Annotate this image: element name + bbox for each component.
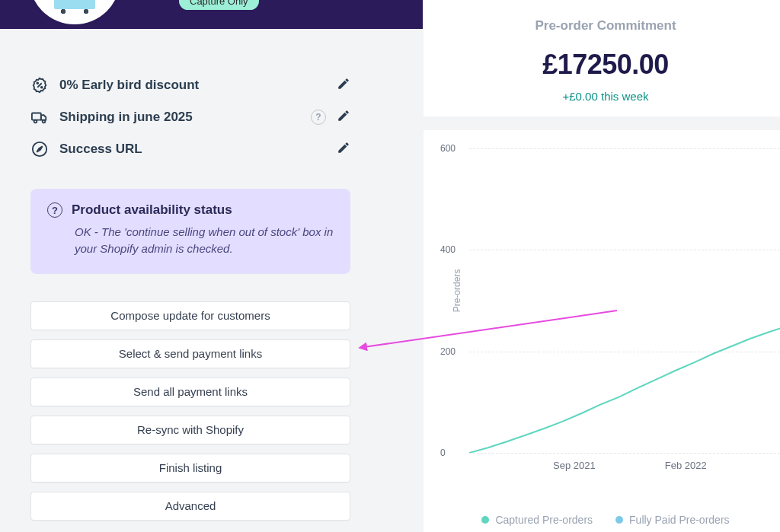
- status-title: Product availability status: [72, 202, 232, 218]
- svg-point-3: [34, 120, 37, 123]
- commitment-title: Pre-order Commitment: [424, 18, 780, 33]
- actions-panel: Compose update for customers Select & se…: [30, 301, 350, 521]
- settings-panel: 0% Early bird discount Shipping in june …: [30, 76, 350, 521]
- y-axis-label: Pre-orders: [452, 269, 462, 313]
- compass-icon: [30, 140, 49, 158]
- shipping-help-icon[interactable]: ?: [311, 110, 326, 125]
- send-all-links-button[interactable]: Send all payment links: [30, 377, 350, 406]
- status-help-icon[interactable]: ?: [47, 202, 62, 218]
- edit-discount-button[interactable]: [337, 77, 350, 94]
- y-tick-200: 200: [440, 346, 456, 357]
- setting-shipping-label: Shipping in june 2025: [59, 110, 300, 125]
- commitment-card: Pre-order Commitment £17250.00 +£0.00 th…: [424, 0, 780, 116]
- chart-legend: Captured Pre-orders Fully Paid Pre-order…: [424, 514, 780, 526]
- legend-fully-paid: Fully Paid Pre-orders: [615, 514, 730, 526]
- select-send-links-button[interactable]: Select & send payment links: [30, 339, 350, 368]
- gridline-0: [469, 453, 780, 454]
- captured-series-line: [469, 326, 780, 453]
- svg-rect-2: [32, 113, 41, 120]
- setting-success-url-label: Success URL: [59, 142, 326, 157]
- legend-captured-label: Captured Pre-orders: [495, 514, 593, 526]
- edit-shipping-button[interactable]: [337, 109, 350, 126]
- setting-shipping: Shipping in june 2025 ?: [30, 108, 350, 126]
- chart-svg: [469, 148, 780, 453]
- svg-marker-6: [37, 146, 42, 151]
- x-tick-1: Feb 2022: [665, 460, 707, 471]
- luggage-illustration: [54, 0, 95, 9]
- edit-success-url-button[interactable]: [337, 141, 350, 158]
- resync-shopify-button[interactable]: Re-sync with Shopify: [30, 416, 350, 444]
- legend-dot-fully-paid: [615, 516, 623, 524]
- preorders-chart-card: Pre-orders 600 400 200 0 Sep 2021 Feb 20…: [424, 130, 780, 532]
- legend-dot-captured: [481, 516, 489, 524]
- svg-point-1: [41, 87, 43, 88]
- setting-discount: 0% Early bird discount: [30, 76, 350, 94]
- capture-only-badge: Capture Only: [179, 0, 259, 10]
- y-tick-600: 600: [440, 143, 456, 154]
- y-tick-400: 400: [440, 244, 456, 255]
- commitment-amount: £17250.00: [424, 49, 780, 81]
- status-body: OK - The 'continue selling when out of s…: [75, 224, 334, 257]
- chart-plot-area: Pre-orders 600 400 200 0 Sep 2021 Feb 20…: [469, 148, 780, 453]
- compose-update-button[interactable]: Compose update for customers: [30, 301, 350, 330]
- advanced-button[interactable]: Advanced: [30, 492, 350, 521]
- legend-captured: Captured Pre-orders: [481, 514, 593, 526]
- discount-icon: [30, 76, 49, 94]
- truck-icon: [30, 108, 49, 126]
- setting-success-url: Success URL: [30, 140, 350, 158]
- finish-listing-button[interactable]: Finish listing: [30, 454, 350, 483]
- svg-point-0: [37, 82, 38, 84]
- x-tick-0: Sep 2021: [553, 460, 596, 471]
- availability-status-card: ? Product availability status OK - The '…: [30, 189, 350, 274]
- legend-fully-paid-label: Fully Paid Pre-orders: [629, 514, 730, 526]
- setting-discount-label: 0% Early bird discount: [59, 78, 326, 93]
- commitment-delta: +£0.00 this week: [424, 90, 780, 103]
- svg-point-4: [43, 120, 46, 123]
- y-tick-0: 0: [440, 448, 446, 458]
- right-panel: Pre-order Commitment £17250.00 +£0.00 th…: [424, 0, 780, 532]
